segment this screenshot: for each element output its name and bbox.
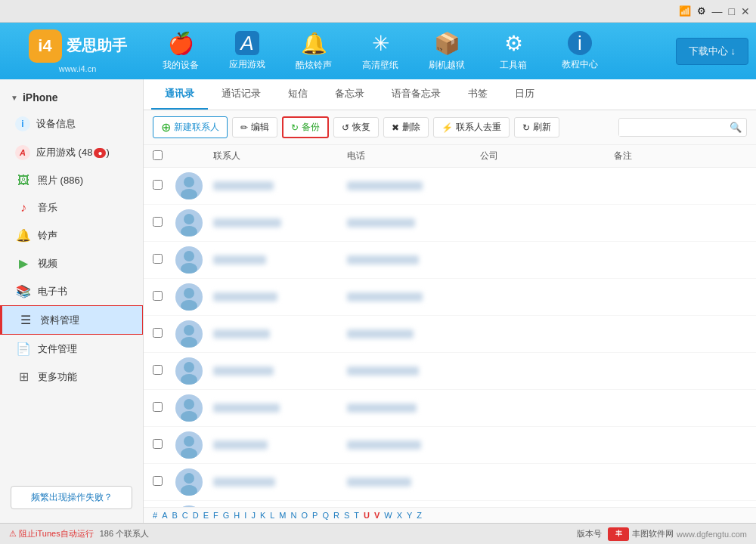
tab-contacts[interactable]: 通讯录 <box>151 79 208 110</box>
alpha-item-n[interactable]: N <box>291 511 297 520</box>
alpha-item-d[interactable]: D <box>193 511 199 520</box>
alpha-item-p[interactable]: P <box>312 511 318 520</box>
sidebar-more-label: 更多功能 <box>38 370 77 384</box>
alpha-item-f[interactable]: F <box>213 511 218 520</box>
tab-calendar[interactable]: 日历 <box>501 79 548 110</box>
nav-jailbreak[interactable]: 📦 刷机越狱 <box>414 23 480 79</box>
search-icon[interactable]: 🔍 <box>725 119 746 136</box>
alpha-item-l[interactable]: L <box>270 511 274 520</box>
new-contact-button[interactable]: ⊕ 新建联系人 <box>153 116 228 138</box>
table-row[interactable] <box>144 501 756 507</box>
sidebar-item-app-games[interactable]: A 应用游戏 (48●) <box>0 138 143 167</box>
nav-tools[interactable]: ⚙ 工具箱 <box>480 23 547 79</box>
alpha-item-#[interactable]: # <box>153 511 157 520</box>
table-row[interactable] <box>144 390 756 427</box>
alpha-item-u[interactable]: U <box>364 511 370 520</box>
merge-button[interactable]: ⚡ 联系人去重 <box>433 117 510 138</box>
alpha-item-k[interactable]: K <box>260 511 265 520</box>
tab-sms[interactable]: 短信 <box>274 79 321 110</box>
nav-tutorials[interactable]: i 教程中心 <box>547 23 613 79</box>
device-label: iPhone <box>23 91 58 104</box>
contact-name <box>213 292 347 301</box>
logo-text: 爱思助手 <box>67 36 127 56</box>
sidebar-item-photos[interactable]: 🖼 照片 (886) <box>0 167 143 194</box>
alpha-item-g[interactable]: G <box>223 511 230 520</box>
tab-bookmarks[interactable]: 书签 <box>454 79 501 110</box>
row-checkbox[interactable] <box>153 180 163 190</box>
alpha-item-c[interactable]: C <box>182 511 188 520</box>
alpha-item-h[interactable]: H <box>234 511 240 520</box>
alpha-item-z[interactable]: Z <box>417 511 422 520</box>
alpha-item-b[interactable]: B <box>172 511 177 520</box>
delete-button[interactable]: ✖ 删除 <box>383 117 429 138</box>
table-row[interactable] <box>144 353 756 390</box>
nav-my-device[interactable]: 🍎 我的设备 <box>147 23 214 79</box>
alpha-item-j[interactable]: J <box>251 511 256 520</box>
error-help-label: 频繁出现操作失败？ <box>31 492 113 502</box>
row-checkbox[interactable] <box>153 476 163 486</box>
table-row[interactable] <box>144 279 756 316</box>
table-row[interactable] <box>144 205 756 242</box>
alpha-item-q[interactable]: Q <box>322 511 329 520</box>
contact-phone <box>347 366 481 376</box>
row-checkbox[interactable] <box>153 217 163 227</box>
table-row[interactable] <box>144 168 756 205</box>
tab-call-log[interactable]: 通话记录 <box>208 79 274 110</box>
restore-button[interactable]: □ <box>729 5 735 17</box>
sidebar-item-file-mgmt[interactable]: 📄 文件管理 <box>0 335 143 363</box>
alpha-item-s[interactable]: S <box>344 511 349 520</box>
alpha-item-v[interactable]: V <box>374 511 380 520</box>
avatar <box>175 320 203 348</box>
alpha-item-o[interactable]: O <box>301 511 308 520</box>
select-all-checkbox[interactable] <box>153 150 163 160</box>
alpha-item-w[interactable]: W <box>384 511 392 520</box>
svg-point-7 <box>181 300 197 311</box>
row-checkbox[interactable] <box>153 291 163 301</box>
header-check <box>153 150 175 162</box>
nav-ringtones[interactable]: 🔔 酷炫铃声 <box>280 23 347 79</box>
table-row[interactable] <box>144 242 756 279</box>
sidebar-device-info-label: 设备信息 <box>36 117 76 131</box>
row-checkbox[interactable] <box>153 365 163 375</box>
edit-button[interactable]: ✏ 编辑 <box>232 117 277 138</box>
tab-voice-notes[interactable]: 语音备忘录 <box>378 79 454 110</box>
backup-button[interactable]: ↻ 备份 <box>282 116 329 138</box>
close-button[interactable]: ✕ <box>741 5 750 17</box>
row-checkbox[interactable] <box>153 402 163 412</box>
row-checkbox[interactable] <box>153 328 163 338</box>
table-row[interactable] <box>144 464 756 501</box>
sidebar-item-videos[interactable]: ▶ 视频 <box>0 249 143 277</box>
table-row[interactable] <box>144 427 756 464</box>
sidebar-item-ebooks[interactable]: 📚 电子书 <box>0 277 143 305</box>
info-circle-icon: i <box>15 116 30 131</box>
sidebar-item-music[interactable]: ♪ 音乐 <box>0 194 143 221</box>
alpha-item-m[interactable]: M <box>279 511 286 520</box>
error-help-button[interactable]: 频繁出现操作失败？ <box>11 486 132 509</box>
sidebar-item-ringtones[interactable]: 🔔 铃声 <box>0 221 143 249</box>
sidebar-item-data-mgmt[interactable]: ☰ 资料管理 <box>0 305 143 335</box>
sidebar-item-more[interactable]: ⊞ 更多功能 <box>0 363 143 391</box>
alpha-item-t[interactable]: T <box>354 511 359 520</box>
contact-name <box>213 366 347 376</box>
alpha-item-i[interactable]: I <box>244 511 246 520</box>
minimize-button[interactable]: — <box>712 5 723 17</box>
nav-app-games[interactable]: A 应用游戏 <box>214 23 280 79</box>
itunes-warning[interactable]: ⚠ 阻止iTunes自动运行 <box>9 528 94 539</box>
nav-wallpapers[interactable]: ✳ 高清壁纸 <box>347 23 414 79</box>
alpha-item-r[interactable]: R <box>333 511 339 520</box>
table-row[interactable] <box>144 316 756 353</box>
refresh-button[interactable]: ↻ 刷新 <box>514 117 559 138</box>
tab-notes[interactable]: 备忘录 <box>321 79 378 110</box>
download-button[interactable]: 下载中心 ↓ <box>676 38 748 65</box>
row-checkbox[interactable] <box>153 439 163 449</box>
sidebar-item-device-info[interactable]: i 设备信息 <box>0 110 143 138</box>
alpha-item-e[interactable]: E <box>203 511 209 520</box>
alpha-item-y[interactable]: Y <box>407 511 412 520</box>
search-input[interactable] <box>619 119 725 136</box>
restore-button[interactable]: ↺ 恢复 <box>333 117 379 138</box>
contact-phone <box>347 181 481 190</box>
bell-icon: 🔔 <box>301 31 327 56</box>
row-checkbox[interactable] <box>153 254 163 264</box>
alpha-item-x[interactable]: X <box>397 511 402 520</box>
alpha-item-a[interactable]: A <box>162 511 167 520</box>
